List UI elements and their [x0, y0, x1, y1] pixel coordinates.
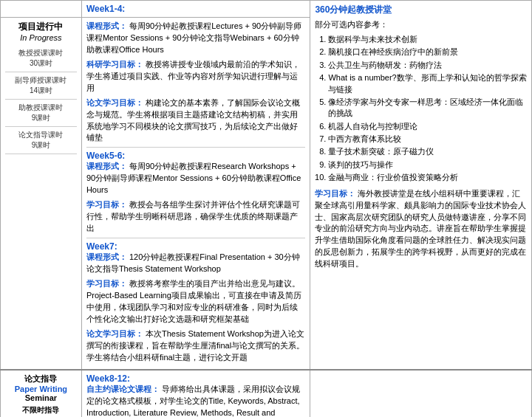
w1-kxyxt-block: 科研学习目标： 教授将讲授专业领域内最前沿的学术知识，学生将通过项目实践、作业等… — [86, 59, 306, 94]
right-reference-label: 部分可选内容参考： — [315, 19, 527, 31]
hours-label-2: 副导师授课课时 — [5, 75, 77, 86]
list-item: What is a number?数学、形而上学和认知论的哲学探索与链接 — [328, 72, 527, 95]
seminar-label: Seminar — [5, 393, 77, 402]
list-item: 金融与商业：行业价值投资策略分析 — [328, 172, 527, 183]
w8-zbyy-block: 自主约课论文课程： 导师将给出具体课题，采用拟议会议规定的论文格式模板，对学生论… — [86, 384, 306, 417]
hours-label-4: 论文指导课时 — [5, 130, 77, 140]
week8-12-mid: Week8-12: 自主约课论文课程： 导师将给出具体课题，采用拟议会议规定的论… — [81, 370, 310, 417]
w8-zbyy-label: 自主约课论文课程： — [86, 385, 160, 393]
week8-12-right — [310, 370, 532, 417]
hours-value-1: 30课时 — [5, 58, 77, 69]
hours-value-2: 14课时 — [5, 86, 77, 96]
w5-xy-block: 学习目标： 教授会与各组学生探讨并评估个性化研究课题可行性，帮助学生明晰科研思路… — [86, 199, 306, 235]
bottom-row: 论文指导 Paper Writing Seminar 不限时指导 Week8-1… — [1, 370, 532, 417]
mid-content-col: 课程形式： 每周90分钟起教授课程Lectures + 90分钟副导师课程Men… — [81, 18, 310, 371]
hours-unlimited: 不限时指导 — [5, 405, 77, 416]
hours-block-4: 论文指导课时 9课时 — [5, 130, 77, 154]
right-xy-text: 海外教授讲堂是在线小组科研中重要课程，汇聚全球高引用量科学家、颇具影响力的国际专… — [315, 189, 526, 269]
list-item: 脑机接口在神经疾病治疗中的新前景 — [328, 46, 527, 58]
w7-xy-block: 学习目标： 教授将考察学生的项目产出并给出意见与建议。Project-Based… — [86, 278, 306, 325]
w5-kc-label: 课程形式： — [86, 162, 127, 170]
hours-label-3: 助教授课课时 — [5, 103, 77, 113]
w7-kc-block: 课程形式： 120分钟起教授课程Final Presentation + 30分… — [86, 252, 306, 275]
week1-4-label: Week1-4: — [86, 4, 125, 14]
hours-value-4: 9课时 — [5, 140, 77, 151]
right-items-list: 数据科学与未来技术创新 脑机接口在神经疾病治疗中的新前景 公共卫生与药物研发：药… — [315, 34, 527, 184]
hours-block-2: 副导师授课课时 14课时 — [5, 75, 77, 100]
hours-value-3: 9课时 — [5, 113, 77, 123]
w1-kxyxt-label: 科研学习目标： — [86, 60, 143, 69]
list-item: 谈判的技巧与操作 — [328, 159, 527, 170]
w7-lw-block: 论文学习目标： 本次Thesis Statement Workshop为进入论文… — [86, 328, 306, 364]
in-progress-label: In Progress — [5, 33, 77, 42]
project-status-label: 项目进行中 — [5, 21, 77, 33]
bottom-title: 论文指导 — [5, 373, 77, 385]
left-status-col: 项目进行中 In Progress 教授授课课时 30课时 副导师授课课时 14… — [1, 18, 82, 371]
paper-writing-col: 论文指导 Paper Writing Seminar 不限时指导 — [1, 370, 82, 417]
w1-lwyxt-label: 论文学习目标： — [86, 98, 143, 107]
w7-xy-label: 学习目标： — [86, 279, 127, 288]
reference-label-text: 部分可选内容参考： — [315, 20, 388, 29]
list-item: 中西方教育体系比较 — [328, 134, 527, 145]
hours-block-3: 助教授课课时 9课时 — [5, 103, 77, 127]
w5-xy-label: 学习目标： — [86, 200, 127, 209]
paper-writing-label: Paper Writing — [5, 385, 77, 393]
list-item: 公共卫生与药物研发：药物疗法 — [328, 60, 527, 71]
w7-kc-label: 课程形式： — [86, 252, 127, 261]
main-table: Week1-4: 360分钟起教授讲堂 部分可选内容参考： 数据科学与未来技术创… — [0, 0, 532, 417]
hours-block-1: 教授授课课时 30课时 — [5, 48, 77, 72]
week8-12-label: Week8-12: — [86, 373, 306, 384]
week7-label: Week7: — [86, 241, 306, 252]
w1-kc-label: 课程形式： — [86, 21, 127, 30]
week5-6-label: Week5-6: — [86, 151, 306, 161]
w1-lwyxt-block: 论文学习目标： 构建论文的基本素养，了解国际会议论文概念与规范。学生将根据项目主… — [86, 97, 306, 145]
week1-4-header: Week1-4: — [81, 1, 310, 18]
w7-lw-label: 论文学习目标： — [86, 329, 143, 338]
w1-kc-block: 课程形式： 每周90分钟起教授课程Lectures + 90分钟副导师课程Men… — [86, 21, 306, 56]
right-col-title: 360分钟起教授讲堂 — [315, 4, 527, 16]
right-xy-block: 学习目标： 海外教授讲堂是在线小组科研中重要课程，汇聚全球高引用量科学家、颇具影… — [315, 188, 527, 271]
list-item: 像经济学家与外交专家一样思考：区域经济一体化面临的挑战 — [328, 97, 527, 120]
empty-header — [1, 1, 82, 18]
right-col-header: 360分钟起教授讲堂 部分可选内容参考： 数据科学与未来技术创新 脑机接口在神经… — [310, 1, 532, 371]
list-item: 量子技术新突破：原子磁力仪 — [328, 146, 527, 157]
list-item: 数据科学与未来技术创新 — [328, 34, 527, 45]
right-xy-label: 学习目标： — [315, 189, 355, 198]
list-item: 机器人自动化与控制理论 — [328, 121, 527, 132]
hours-label-1: 教授授课课时 — [5, 48, 77, 58]
w5-kc-block: 课程形式： 每周90分钟起教授课程Research Workshops + 90… — [86, 161, 306, 196]
